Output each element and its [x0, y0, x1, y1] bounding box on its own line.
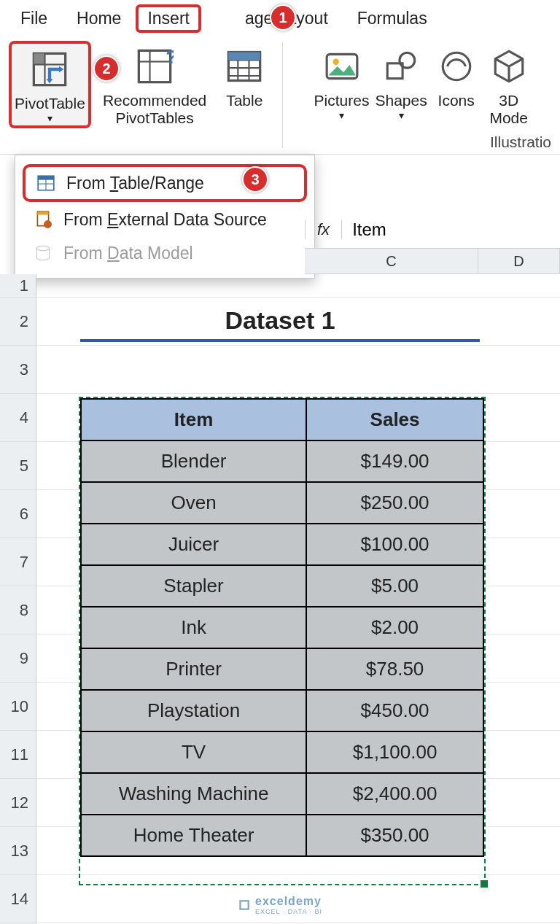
cell-sales[interactable]: $1,100.00: [306, 731, 483, 773]
from-external-data-item[interactable]: From External Data Source: [23, 203, 307, 236]
cell-item[interactable]: Ink: [81, 607, 306, 648]
shapes-icon: [380, 45, 422, 88]
row-header[interactable]: 11: [0, 731, 36, 779]
icons-icon: [435, 45, 478, 88]
chevron-down-icon: ▾: [399, 109, 404, 121]
row-header[interactable]: 8: [0, 586, 36, 634]
cell-sales[interactable]: $250.00: [306, 482, 483, 524]
cell-sales[interactable]: $5.00: [306, 565, 483, 607]
table-row[interactable]: Oven$250.00: [81, 482, 483, 524]
column-headers: C D: [305, 248, 560, 274]
cell-item[interactable]: TV: [81, 731, 306, 773]
svg-marker-4: [59, 66, 64, 73]
cell-item[interactable]: Oven: [81, 482, 306, 524]
row-header[interactable]: 10: [0, 683, 36, 731]
col-header-c[interactable]: C: [305, 249, 478, 273]
svg-point-28: [44, 220, 52, 228]
cell-item[interactable]: Washing Machine: [81, 773, 306, 815]
table-row[interactable]: TV$1,100.00: [81, 731, 483, 773]
annotation-badge-2: 2: [93, 55, 120, 82]
tab-home[interactable]: Home: [62, 6, 136, 31]
svg-point-21: [443, 53, 470, 80]
pivottable-dropdown: From Table/Range From External Data Sour…: [15, 155, 315, 279]
cell-sales[interactable]: $350.00: [306, 815, 483, 856]
cell-sales[interactable]: $2,400.00: [306, 773, 483, 815]
svg-rect-27: [37, 211, 48, 214]
table-range-icon: [36, 173, 56, 193]
table-row[interactable]: Printer$78.50: [81, 648, 483, 690]
cell-sales[interactable]: $100.00: [306, 524, 483, 565]
recommended-pivottables-button[interactable]: ? Recommended PivotTables: [100, 41, 209, 128]
formula-bar: fx: [305, 215, 539, 244]
watermark: exceldemy EXCEL · DATA · BI: [238, 895, 322, 915]
cell-sales[interactable]: $149.00: [306, 440, 483, 482]
svg-rect-3: [34, 65, 45, 85]
row-header[interactable]: 9: [0, 634, 36, 683]
ribbon: PivotTable ▾ ? Recommended PivotTables T…: [0, 35, 560, 155]
cell-sales[interactable]: $78.50: [306, 648, 483, 690]
table-row[interactable]: Blender$149.00: [81, 440, 483, 482]
formula-input[interactable]: [342, 218, 539, 241]
recommended-pivottables-icon: ?: [133, 45, 176, 88]
table-row[interactable]: Home Theater$350.00: [81, 815, 483, 856]
pivottable-button[interactable]: PivotTable ▾: [9, 41, 91, 128]
cell-item[interactable]: Stapler: [81, 565, 306, 607]
3d-models-button[interactable]: 3D Mode: [483, 41, 535, 128]
svg-rect-31: [241, 902, 248, 909]
row-header[interactable]: 13: [0, 827, 36, 875]
row-header[interactable]: 14: [0, 875, 36, 923]
pivottable-label: PivotTable: [15, 95, 85, 112]
pictures-icon: [321, 45, 363, 88]
svg-text:?: ?: [166, 47, 174, 68]
cell-sales[interactable]: $2.00: [306, 607, 483, 648]
svg-rect-7: [139, 50, 149, 82]
annotation-badge-1: 1: [270, 4, 296, 31]
cube-icon: [488, 45, 530, 88]
svg-rect-16: [229, 53, 260, 61]
row-header[interactable]: 6: [0, 490, 36, 538]
cell-item[interactable]: Playstation: [81, 690, 306, 731]
table-button[interactable]: Table: [218, 41, 271, 111]
row-header[interactable]: 7: [0, 538, 36, 586]
shapes-button[interactable]: Shapes ▾: [372, 41, 429, 128]
row-header[interactable]: 1: [0, 274, 36, 298]
tab-file[interactable]: File: [6, 6, 62, 31]
cell-item[interactable]: Home Theater: [81, 815, 306, 856]
table-row[interactable]: Ink$2.00: [81, 607, 483, 648]
table-icon: [223, 45, 265, 88]
chevron-down-icon: ▾: [339, 109, 344, 121]
cell-item[interactable]: Blender: [81, 440, 306, 482]
cell-item[interactable]: Printer: [81, 648, 306, 690]
table-row[interactable]: Washing Machine$2,400.00: [81, 773, 483, 815]
table-row[interactable]: Stapler$5.00: [81, 565, 483, 607]
tab-formulas[interactable]: Formulas: [343, 6, 442, 31]
external-source-icon: [33, 209, 53, 230]
row-header[interactable]: 3: [0, 346, 36, 394]
row-header[interactable]: 4: [0, 394, 36, 442]
col-item[interactable]: Item: [81, 399, 306, 440]
col-header-d[interactable]: D: [478, 249, 560, 273]
pictures-button[interactable]: Pictures ▾: [311, 41, 373, 128]
dataset-title: Dataset 1: [80, 306, 480, 342]
svg-rect-1: [34, 53, 45, 64]
cell-sales[interactable]: $450.00: [306, 690, 483, 731]
annotation-badge-3: 3: [242, 166, 268, 193]
data-model-icon: [33, 243, 53, 263]
col-sales[interactable]: Sales: [306, 399, 483, 440]
cell-item[interactable]: Juicer: [81, 524, 306, 565]
row-header[interactable]: 2: [0, 298, 36, 346]
svg-point-20: [400, 53, 415, 68]
pivottable-icon: [28, 48, 71, 90]
svg-marker-5: [47, 79, 53, 84]
data-table: Item Sales Blender$149.00Oven$250.00Juic…: [80, 398, 484, 857]
from-data-model-item: From Data Model: [23, 237, 307, 269]
table-row[interactable]: Juicer$100.00: [81, 524, 483, 565]
table-row[interactable]: Playstation$450.00: [81, 690, 483, 731]
svg-rect-2: [45, 53, 66, 64]
tab-insert[interactable]: Insert: [136, 4, 201, 33]
icons-button[interactable]: Icons: [430, 41, 483, 128]
row-header[interactable]: 12: [0, 779, 36, 827]
fx-label[interactable]: fx: [305, 220, 342, 239]
row-header[interactable]: 5: [0, 442, 36, 490]
svg-point-29: [36, 246, 49, 251]
